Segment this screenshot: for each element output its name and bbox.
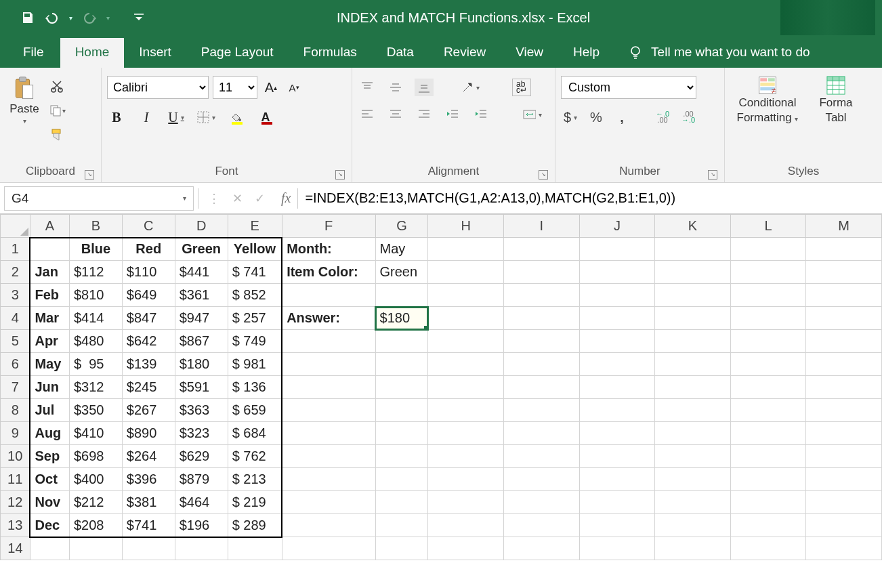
cell[interactable]: Green — [175, 238, 228, 261]
cell[interactable]: Dec — [30, 514, 69, 537]
cell[interactable]: $361 — [175, 284, 228, 307]
cell[interactable] — [282, 399, 375, 422]
cell[interactable] — [579, 284, 655, 307]
cancel-formula-icon[interactable]: ✕ — [232, 191, 243, 206]
cell[interactable]: $698 — [69, 445, 122, 468]
cell[interactable]: $741 — [122, 514, 175, 537]
cell[interactable] — [806, 491, 882, 514]
font-dialog-launcher-icon[interactable]: ↘ — [335, 170, 345, 180]
cell[interactable]: $196 — [175, 514, 228, 537]
alignment-dialog-launcher-icon[interactable]: ↘ — [539, 170, 548, 180]
cell[interactable]: $267 — [122, 399, 175, 422]
cell[interactable]: May — [375, 238, 428, 261]
cell[interactable] — [282, 284, 375, 307]
cell[interactable]: Yellow — [228, 238, 282, 261]
row-header[interactable]: 7 — [1, 376, 30, 399]
cell[interactable] — [655, 468, 731, 491]
increase-indent-icon[interactable] — [471, 106, 490, 123]
cell[interactable]: $414 — [69, 307, 122, 330]
row-header[interactable]: 1 — [1, 238, 30, 261]
tab-help[interactable]: Help — [558, 38, 614, 68]
cell[interactable]: $649 — [122, 284, 175, 307]
decrease-font-icon[interactable]: A▾ — [285, 79, 303, 96]
cell[interactable]: $208 — [69, 514, 122, 537]
cell[interactable]: $ 741 — [228, 261, 282, 284]
cell[interactable] — [282, 491, 375, 514]
cell[interactable] — [428, 353, 504, 376]
font-name-select[interactable]: Calibri — [107, 76, 209, 99]
cell[interactable]: $847 — [122, 307, 175, 330]
cell[interactable] — [282, 514, 375, 537]
cell[interactable]: $ 981 — [228, 353, 282, 376]
cell[interactable] — [655, 238, 731, 261]
cell[interactable] — [375, 399, 428, 422]
cell[interactable]: $381 — [122, 491, 175, 514]
cell[interactable] — [282, 422, 375, 445]
cell[interactable]: Sep — [30, 445, 69, 468]
cell[interactable]: $110 — [122, 261, 175, 284]
cell[interactable] — [579, 422, 655, 445]
cell[interactable] — [282, 353, 375, 376]
cell[interactable] — [730, 445, 806, 468]
cell[interactable] — [655, 537, 731, 560]
row-header[interactable]: 2 — [1, 261, 30, 284]
cell[interactable] — [428, 514, 504, 537]
cell[interactable] — [806, 353, 882, 376]
cell[interactable] — [730, 399, 806, 422]
cell[interactable] — [579, 330, 655, 353]
cut-icon[interactable] — [47, 77, 66, 95]
cell[interactable] — [504, 376, 580, 399]
cell[interactable]: $464 — [175, 491, 228, 514]
row-header[interactable]: 5 — [1, 330, 30, 353]
cell[interactable] — [730, 261, 806, 284]
cell[interactable]: Jun — [30, 376, 69, 399]
decrease-decimal-icon[interactable]: .00→.0 — [679, 108, 698, 126]
col-header[interactable]: E — [228, 215, 282, 238]
row-header[interactable]: 9 — [1, 422, 30, 445]
col-header[interactable]: F — [282, 215, 375, 238]
tab-file[interactable]: File — [14, 38, 60, 68]
cell[interactable]: $ 762 — [228, 445, 282, 468]
cell[interactable] — [579, 468, 655, 491]
cell[interactable]: $629 — [175, 445, 228, 468]
cell[interactable]: $139 — [122, 353, 175, 376]
cell[interactable] — [806, 514, 882, 537]
wrap-text-icon[interactable]: abc↵ — [512, 79, 531, 96]
cell[interactable] — [122, 537, 175, 560]
cell[interactable]: $400 — [69, 468, 122, 491]
cell[interactable] — [806, 445, 882, 468]
cell[interactable] — [428, 491, 504, 514]
cell[interactable] — [69, 537, 122, 560]
fx-options-icon[interactable]: ⋮ — [208, 191, 220, 206]
cell[interactable]: $180 — [375, 307, 428, 330]
cell[interactable] — [504, 353, 580, 376]
cell[interactable]: Apr — [30, 330, 69, 353]
cell[interactable] — [428, 399, 504, 422]
cell[interactable] — [30, 537, 69, 560]
bold-button[interactable]: B — [107, 108, 126, 126]
cell[interactable] — [375, 330, 428, 353]
qat-customize-icon[interactable] — [131, 10, 146, 25]
col-header[interactable]: J — [579, 215, 655, 238]
cell[interactable] — [730, 330, 806, 353]
cell[interactable] — [579, 514, 655, 537]
cell[interactable] — [806, 261, 882, 284]
cell[interactable]: Feb — [30, 284, 69, 307]
cell[interactable] — [655, 514, 731, 537]
col-header[interactable]: G — [375, 215, 428, 238]
cell[interactable]: $441 — [175, 261, 228, 284]
cell[interactable] — [375, 284, 428, 307]
italic-button[interactable]: I — [137, 108, 156, 126]
cell[interactable] — [375, 353, 428, 376]
name-box[interactable]: G4 ▾ — [4, 186, 194, 211]
cell[interactable] — [579, 445, 655, 468]
cell[interactable] — [655, 422, 731, 445]
cell[interactable] — [655, 261, 731, 284]
conditional-formatting-button[interactable]: ≠ Conditional Formatting ▾ — [730, 76, 805, 126]
cell[interactable] — [428, 238, 504, 261]
cell[interactable] — [375, 468, 428, 491]
cell[interactable]: $ 213 — [228, 468, 282, 491]
row-header[interactable]: 14 — [1, 537, 30, 560]
cell[interactable]: $312 — [69, 376, 122, 399]
cell[interactable] — [504, 399, 580, 422]
